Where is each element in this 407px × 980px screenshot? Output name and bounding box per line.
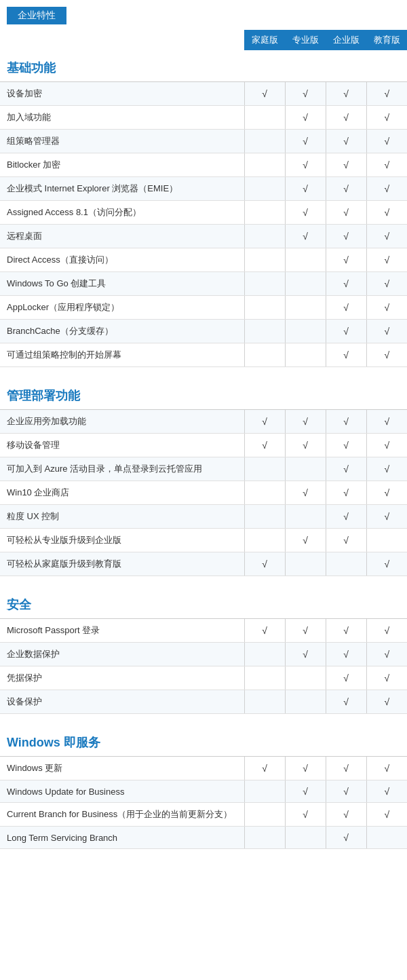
section-header-basic: 基础功能 <box>0 50 407 82</box>
table-header-row: 家庭版 专业版 企业版 教育版 <box>0 30 407 50</box>
check-home <box>244 248 285 272</box>
table-row: 移动设备管理√√√√ <box>0 434 407 457</box>
checkmark: √ <box>303 136 308 147</box>
check-education: √ <box>366 201 407 225</box>
check-pro: √ <box>285 225 326 248</box>
checkmark: √ <box>384 763 389 774</box>
table-row: Microsoft Passport 登录√√√√ <box>0 619 407 643</box>
checkmark: √ <box>303 159 308 170</box>
checkmark: √ <box>384 183 389 194</box>
checkmark: √ <box>384 88 389 99</box>
table-row: 加入域功能√√√ <box>0 106 407 130</box>
check-pro <box>285 690 326 714</box>
check-education: √ <box>366 177 407 201</box>
check-education: √ <box>366 343 407 367</box>
check-home <box>244 827 285 849</box>
check-home: √ <box>244 552 285 576</box>
check-home: √ <box>244 82 285 106</box>
check-pro: √ <box>285 434 326 457</box>
checkmark: √ <box>262 559 267 569</box>
check-education: √ <box>366 106 407 130</box>
check-enterprise: √ <box>326 690 366 714</box>
section-title-text-security: 安全 <box>0 587 407 619</box>
check-pro: √ <box>285 529 326 552</box>
check-education: √ <box>366 780 407 803</box>
table-row: 粒度 UX 控制√√ <box>0 505 407 529</box>
section-header-management: 管理部署功能 <box>0 378 407 410</box>
header-enterprise: 企业版 <box>326 30 366 50</box>
check-enterprise: √ <box>326 320 366 343</box>
check-pro <box>285 248 326 272</box>
check-enterprise: √ <box>326 803 366 827</box>
check-home <box>244 320 285 343</box>
table-row: BranchCache（分支缓存）√√ <box>0 320 407 343</box>
check-pro <box>285 457 326 481</box>
row-label: Microsoft Passport 登录 <box>0 619 244 643</box>
checkmark: √ <box>384 416 389 427</box>
check-enterprise: √ <box>326 666 366 690</box>
check-pro: √ <box>285 177 326 201</box>
check-home <box>244 481 285 505</box>
check-home <box>244 177 285 201</box>
checkmark: √ <box>343 159 349 170</box>
row-label: 设备加密 <box>0 82 244 106</box>
row-label: Bitlocker 加密 <box>0 153 244 177</box>
spacer-cell <box>0 367 407 379</box>
row-label: Current Branch for Business（用于企业的当前更新分支） <box>0 803 244 827</box>
check-pro: √ <box>285 481 326 505</box>
row-label: 企业数据保护 <box>0 643 244 666</box>
check-enterprise: √ <box>326 434 366 457</box>
checkmark: √ <box>303 786 308 797</box>
check-education: √ <box>366 690 407 714</box>
checkmark: √ <box>343 88 349 99</box>
checkmark: √ <box>384 809 389 820</box>
check-home <box>244 201 285 225</box>
enterprise-tag: 企业特性 <box>0 0 407 30</box>
row-label: Windows Update for Business <box>0 780 244 803</box>
section-title-basic: 基础功能 <box>0 50 407 82</box>
check-enterprise: √ <box>326 505 366 529</box>
check-enterprise: √ <box>326 225 366 248</box>
check-home <box>244 690 285 714</box>
section-header-security: 安全 <box>0 587 407 619</box>
table-row: Direct Access（直接访问）√√ <box>0 248 407 272</box>
checkmark: √ <box>343 832 349 843</box>
header-pro: 专业版 <box>285 30 326 50</box>
check-education: √ <box>366 296 407 320</box>
spacer-row <box>0 367 407 379</box>
check-enterprise: √ <box>326 343 366 367</box>
feature-table: 家庭版 专业版 企业版 教育版 基础功能设备加密√√√√加入域功能√√√组策略管… <box>0 30 407 860</box>
check-home <box>244 153 285 177</box>
page-wrapper: 企业特性 家庭版 专业版 企业版 教育版 基础功能设备加密√√√√加入域功能√√… <box>0 0 407 860</box>
check-pro <box>285 827 326 849</box>
checkmark: √ <box>384 559 389 569</box>
checkmark: √ <box>343 440 349 451</box>
check-education: √ <box>366 505 407 529</box>
check-education: √ <box>366 481 407 505</box>
table-row: Bitlocker 加密√√√ <box>0 153 407 177</box>
check-enterprise: √ <box>326 757 366 780</box>
checkmark: √ <box>303 88 308 99</box>
check-education: √ <box>366 757 407 780</box>
row-label: 远程桌面 <box>0 225 244 248</box>
row-label: 设备保护 <box>0 690 244 714</box>
check-home <box>244 296 285 320</box>
checkmark: √ <box>384 649 389 660</box>
spacer-cell <box>0 849 407 861</box>
enterprise-tag-label: 企业特性 <box>7 7 66 24</box>
check-home: √ <box>244 410 285 434</box>
checkmark: √ <box>384 112 389 123</box>
table-row: Current Branch for Business（用于企业的当前更新分支）… <box>0 803 407 827</box>
check-home <box>244 272 285 296</box>
check-education <box>366 827 407 849</box>
check-pro: √ <box>285 410 326 434</box>
check-pro: √ <box>285 201 326 225</box>
row-label: 凭据保护 <box>0 666 244 690</box>
checkmark: √ <box>303 625 308 636</box>
table-row: 可加入到 Azure 活动目录，单点登录到云托管应用√√ <box>0 457 407 481</box>
check-enterprise: √ <box>326 643 366 666</box>
check-pro: √ <box>285 619 326 643</box>
checkmark: √ <box>384 302 389 313</box>
check-pro: √ <box>285 780 326 803</box>
check-enterprise: √ <box>326 130 366 153</box>
